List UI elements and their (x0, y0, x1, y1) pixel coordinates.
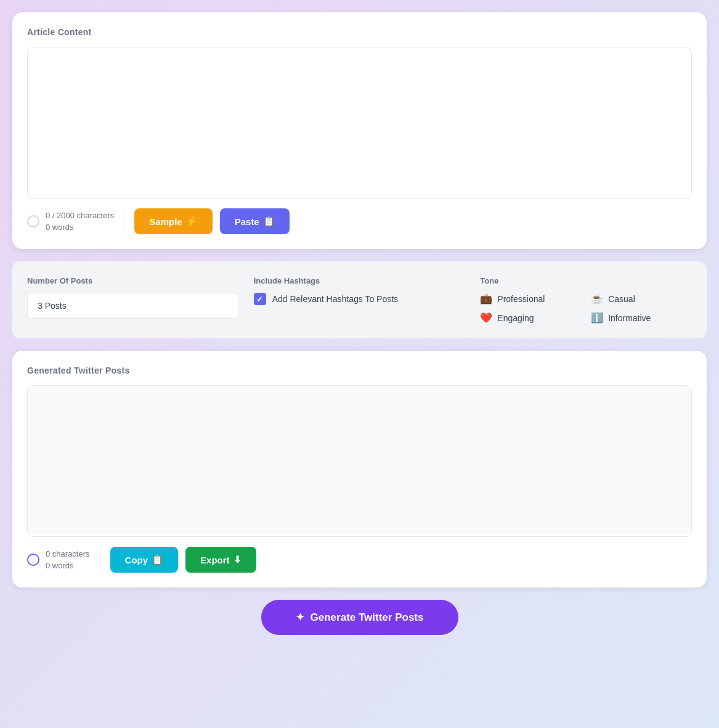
article-bottom-row: 0 / 2000 characters 0 words Sample ⚡ Pas… (27, 208, 692, 234)
info-icon: ℹ️ (591, 312, 603, 324)
hashtag-checkbox-label: Add Relevant Hashtags To Posts (272, 294, 398, 304)
include-hashtags-label: Include Hashtags (254, 276, 466, 285)
hashtag-checkbox-row[interactable]: Add Relevant Hashtags To Posts (254, 293, 466, 305)
sample-label: Sample (149, 216, 182, 227)
article-word-count: 0 words (46, 223, 74, 232)
article-content-input[interactable] (28, 47, 691, 195)
article-char-info: 0 / 2000 characters 0 words (27, 210, 114, 234)
download-icon: ⬇ (234, 554, 242, 565)
tone-engaging-label: Engaging (497, 313, 534, 323)
copy-icon: 📋 (152, 554, 163, 565)
generated-divider (100, 547, 100, 573)
generated-posts-card: Generated Twitter Posts 0 characters 0 w… (12, 351, 707, 587)
number-of-posts-select[interactable]: 1 Post 2 Posts 3 Posts 4 Posts 5 Posts (27, 293, 239, 319)
generated-word-count: 0 words (46, 561, 74, 570)
generated-posts-title: Generated Twitter Posts (27, 366, 692, 375)
hashtag-checkbox[interactable] (254, 293, 266, 305)
tone-informative[interactable]: ℹ️ Informative (591, 312, 692, 324)
copy-button[interactable]: Copy 📋 (110, 547, 179, 573)
generated-progress-icon (27, 554, 39, 566)
output-textarea-wrapper (27, 385, 692, 537)
generate-label: Generate Twitter Posts (311, 611, 424, 624)
article-progress-icon (27, 215, 39, 227)
heart-icon: ❤️ (480, 312, 492, 324)
article-char-text: 0 / 2000 characters 0 words (46, 210, 114, 234)
number-of-posts-label: Number Of Posts (27, 276, 239, 285)
coffee-icon: ☕ (591, 293, 603, 305)
paste-label: Paste (235, 216, 259, 227)
tone-engaging[interactable]: ❤️ Engaging (480, 312, 581, 324)
clipboard-icon: 📋 (263, 216, 275, 227)
paste-button[interactable]: Paste 📋 (220, 208, 290, 234)
tone-label: Tone (480, 276, 692, 285)
generated-char-count: 0 characters (46, 549, 90, 558)
article-divider (124, 208, 124, 234)
copy-label: Copy (125, 555, 148, 565)
generate-icon: ✦ (296, 611, 304, 624)
options-section: Number Of Posts 1 Post 2 Posts 3 Posts 4… (12, 261, 707, 338)
export-button[interactable]: Export ⬇ (185, 547, 256, 573)
generate-button-wrapper: ✦ Generate Twitter Posts (12, 600, 707, 635)
article-textarea-wrapper (27, 47, 692, 198)
generated-bottom-row: 0 characters 0 words Copy 📋 Export ⬇ (27, 547, 692, 573)
article-content-title: Article Content (27, 27, 692, 37)
tone-options-grid: 💼 Professional ☕ Casual ❤️ Engaging ℹ️ I… (480, 293, 692, 324)
generated-posts-output[interactable] (28, 386, 691, 534)
generate-twitter-posts-button[interactable]: ✦ Generate Twitter Posts (261, 600, 458, 635)
lightning-icon: ⚡ (186, 216, 198, 227)
tone-professional-label: Professional (497, 294, 545, 304)
tone-casual-label: Casual (608, 294, 635, 304)
tone-section: Tone 💼 Professional ☕ Casual ❤️ Engaging… (480, 276, 692, 324)
article-char-count: 0 / 2000 characters (46, 211, 114, 220)
generated-char-text: 0 characters 0 words (46, 548, 90, 572)
tone-informative-label: Informative (608, 313, 651, 323)
export-label: Export (200, 555, 230, 565)
tone-casual[interactable]: ☕ Casual (591, 293, 692, 305)
include-hashtags-section: Include Hashtags Add Relevant Hashtags T… (254, 276, 466, 305)
generated-action-buttons: Copy 📋 Export ⬇ (110, 547, 256, 573)
tone-professional[interactable]: 💼 Professional (480, 293, 581, 305)
generated-char-info: 0 characters 0 words (27, 548, 90, 572)
number-of-posts-section: Number Of Posts 1 Post 2 Posts 3 Posts 4… (27, 276, 239, 319)
article-action-buttons: Sample ⚡ Paste 📋 (134, 208, 289, 234)
article-content-card: Article Content 0 / 2000 characters 0 wo… (12, 12, 707, 249)
sample-button[interactable]: Sample ⚡ (134, 208, 212, 234)
briefcase-icon: 💼 (480, 293, 492, 305)
